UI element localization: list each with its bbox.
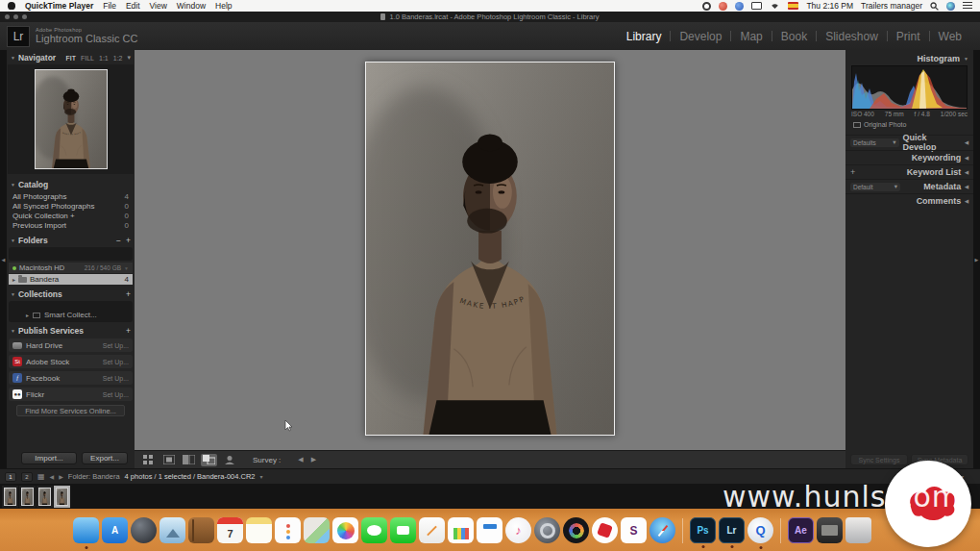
downloads-folder-icon[interactable]: [817, 517, 843, 543]
status-app-icon[interactable]: [719, 2, 727, 11]
find-more-services-button[interactable]: Find More Services Online...: [16, 405, 125, 416]
zoom-ratio[interactable]: 1:2: [113, 55, 123, 62]
main-window-button[interactable]: 1: [5, 472, 16, 482]
after-effects-folder-icon[interactable]: Ae: [788, 517, 814, 543]
left-panel-collapse[interactable]: ◀: [0, 50, 7, 468]
menu-window[interactable]: Window: [177, 1, 206, 11]
zoom-1-1[interactable]: 1:1: [99, 55, 109, 62]
screen-record-icon[interactable]: [702, 2, 711, 11]
expand-icon[interactable]: ▸: [12, 276, 15, 283]
zoom-button[interactable]: [22, 14, 27, 19]
catalog-all-synced[interactable]: All Synced Photographs 0: [7, 201, 135, 211]
trash-icon[interactable]: [845, 517, 871, 543]
launchpad-icon[interactable]: [131, 517, 157, 543]
safari-icon[interactable]: [649, 517, 675, 543]
tab-develop[interactable]: Develop: [671, 30, 730, 43]
menu-edit[interactable]: Edit: [126, 1, 140, 11]
itunes-icon[interactable]: ♪: [505, 517, 531, 543]
preview-icon[interactable]: [159, 517, 185, 543]
keywording-section[interactable]: Keywording ◀: [845, 150, 973, 164]
metadata-section[interactable]: Default ▾ Metadata ◀: [845, 179, 973, 193]
sync-settings-button[interactable]: Sync Settings: [850, 454, 908, 465]
filmstrip-thumb-4-selected[interactable]: [54, 486, 70, 508]
quick-develop-section[interactable]: Defaults ▾ Quick Develop ◀: [845, 135, 973, 149]
add-keyword-button[interactable]: +: [850, 167, 855, 177]
setup-link[interactable]: Set Up...: [103, 375, 129, 382]
export-button[interactable]: Export...: [82, 452, 128, 464]
volume-macintosh-hd[interactable]: Macintosh HD 216 / 540 GB ▼: [9, 263, 133, 273]
tab-slideshow[interactable]: Slideshow: [817, 30, 887, 43]
numbers-icon[interactable]: [448, 517, 474, 543]
folders-header[interactable]: ▼ Folders − +: [7, 235, 135, 246]
comments-section[interactable]: Comments ◀: [845, 193, 973, 208]
grid-view-button[interactable]: ▦: [37, 472, 45, 481]
window-controls[interactable]: [5, 14, 27, 19]
finder-icon[interactable]: [73, 517, 99, 543]
go-forward-button[interactable]: ▶: [59, 473, 63, 480]
selected-photo[interactable]: [365, 62, 615, 436]
facetime-icon[interactable]: [390, 517, 416, 543]
setup-link[interactable]: Set Up...: [103, 391, 129, 398]
survey-view-icon[interactable]: [201, 454, 217, 466]
folders-plus-button[interactable]: +: [126, 236, 131, 245]
catalog-previous-import[interactable]: Previous Import 0: [7, 220, 135, 230]
go-back-button[interactable]: ◀: [50, 473, 55, 480]
histogram-graph[interactable]: [851, 65, 968, 110]
tab-print[interactable]: Print: [888, 30, 929, 43]
contacts-icon[interactable]: [188, 517, 214, 543]
search-icon[interactable]: [930, 2, 939, 11]
second-window-button[interactable]: 2: [21, 472, 33, 482]
smart-collections-item[interactable]: ▸ Smart Collect...: [9, 301, 133, 319]
minimize-button[interactable]: [13, 14, 18, 19]
calendar-icon[interactable]: 7: [217, 517, 243, 543]
messages-icon[interactable]: [361, 517, 387, 543]
maps-icon[interactable]: [304, 517, 330, 543]
catalog-header[interactable]: ▼ Catalog: [7, 179, 135, 190]
tab-web[interactable]: Web: [930, 30, 970, 43]
keynote-icon[interactable]: [477, 517, 502, 543]
zoom-ratio-dropdown-icon[interactable]: ▾: [127, 54, 131, 62]
reminders-icon[interactable]: [275, 517, 301, 543]
app-store-icon[interactable]: A: [102, 517, 128, 543]
menubar-app-name[interactable]: QuickTime Player: [25, 1, 93, 11]
menubar-account[interactable]: Trailers manager: [861, 1, 922, 11]
filmstrip-thumb-2[interactable]: [19, 486, 36, 508]
photoshop-icon[interactable]: Ps: [690, 517, 716, 543]
compare-view-icon[interactable]: [181, 454, 197, 466]
menubar-clock[interactable]: Thu 2:16 PM: [806, 1, 853, 11]
publish-hard-drive[interactable]: Hard Drive Set Up...: [9, 338, 133, 352]
tab-map[interactable]: Map: [731, 30, 771, 43]
quicktime-icon[interactable]: Q: [747, 517, 773, 543]
catalog-all-photographs[interactable]: All Photographs 4: [7, 191, 135, 201]
zoom-fill[interactable]: FILL: [81, 55, 94, 62]
tab-library[interactable]: Library: [618, 30, 671, 43]
zoom-fit[interactable]: FIT: [66, 55, 77, 62]
menu-help[interactable]: Help: [215, 1, 232, 11]
wifi-icon[interactable]: [770, 2, 780, 10]
metadata-preset-dropdown[interactable]: Default ▾: [850, 183, 900, 191]
navigator-header[interactable]: ▼ Navigator FIT FILL 1:1 1:2 ▾: [7, 52, 135, 63]
folder-bandera[interactable]: ▸ Bandera 4: [9, 274, 133, 285]
folders-filter-box[interactable]: [9, 247, 133, 261]
grid-view-icon[interactable]: [140, 454, 157, 466]
motion-icon[interactable]: [592, 517, 618, 543]
navigator-preview[interactable]: [8, 64, 134, 174]
collections-header[interactable]: ▼ Collections +: [7, 288, 135, 300]
display-icon[interactable]: [751, 2, 762, 10]
slack-icon[interactable]: S: [621, 517, 647, 543]
lightroom-icon[interactable]: Lr: [719, 517, 745, 543]
loupe-view-icon[interactable]: [160, 454, 177, 466]
right-panel-collapse[interactable]: ▶: [973, 50, 980, 468]
publish-plus-button[interactable]: +: [126, 326, 131, 336]
davinci-resolve-icon[interactable]: [563, 517, 589, 543]
keyword-list-section[interactable]: + Keyword List ◀: [845, 164, 973, 179]
menu-file[interactable]: File: [103, 1, 116, 11]
close-button[interactable]: [5, 14, 10, 19]
menu-view[interactable]: View: [150, 1, 167, 11]
publish-adobe-stock[interactable]: St Adobe Stock Set Up...: [9, 355, 133, 368]
saved-preset-dropdown[interactable]: Defaults ▾: [850, 138, 899, 147]
publish-services-header[interactable]: ▼ Publish Services +: [7, 325, 135, 337]
filmstrip-thumb-1[interactable]: [2, 486, 18, 508]
filmstrip-status[interactable]: 4 photos / 1 selected / Bandera-004.CR2: [125, 472, 256, 481]
people-view-icon[interactable]: [221, 454, 237, 466]
